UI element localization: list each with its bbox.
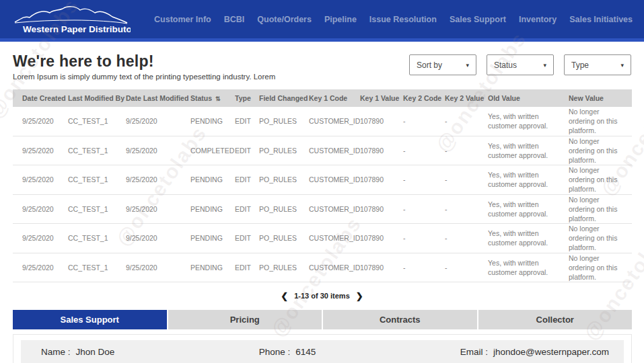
records-table: Date Created Last Modified By Date Last … <box>13 89 632 282</box>
cell-date-last-modified: 9/25/2020 <box>126 253 190 282</box>
cell-date-last-modified: 9/25/2020 <box>126 107 190 136</box>
cell-key1-value: 107890 <box>360 107 403 136</box>
cell-new-value: No longer ordering on this platform. <box>569 194 632 224</box>
cell-key1-code: CUSTOMER_ID <box>309 136 360 165</box>
cell-date-last-modified: 9/25/2020 <box>126 165 190 195</box>
sort-icon[interactable]: ⇅ <box>215 95 221 102</box>
contact-phone-label: Phone : <box>259 347 291 357</box>
cell-type: EDIT <box>235 107 259 136</box>
cell-date-created: 9/25/2020 <box>13 136 68 165</box>
contact-name-label: Name : <box>41 347 71 357</box>
cell-type: EDIT <box>235 165 259 195</box>
table-row: 9/25/2020CC_TEST_19/25/2020PENDINGEDITPO… <box>13 165 632 195</box>
cell-status: PENDING <box>190 194 235 224</box>
col-header-key2-value: Key 2 Value <box>445 89 488 107</box>
cell-key2-value: - <box>445 253 488 282</box>
cell-status: PENDING <box>190 224 235 253</box>
table-body: 9/25/2020CC_TEST_19/25/2020PENDINGEDITPO… <box>13 107 632 282</box>
col-header-date-last-modified: Date Last Modified <box>126 89 190 107</box>
cell-status: PENDING <box>190 165 235 195</box>
nav-item-quote-orders[interactable]: Quote/Orders <box>257 15 312 24</box>
cell-key1-value: 107890 <box>360 224 403 253</box>
tab-sales-support[interactable]: Sales Support <box>13 310 167 329</box>
nav-item-pipeline[interactable]: Pipeline <box>324 15 357 24</box>
cell-date-created: 9/25/2020 <box>13 224 68 253</box>
contact-email-value: jhondoe@westernpaper.com <box>493 347 609 357</box>
tab-collector[interactable]: Collector <box>478 310 633 329</box>
cell-date-last-modified: 9/25/2020 <box>126 194 190 224</box>
table-row: 9/25/2020CC_TEST_19/25/2020PENDINGEDITPO… <box>13 194 632 224</box>
col-header-key1-value: Key 1 Value <box>360 89 403 107</box>
main-nav: Customer Info BCBI Quote/Orders Pipeline… <box>154 15 633 24</box>
type-dropdown[interactable]: Type ▾ <box>564 54 631 75</box>
cell-last-modified-by: CC_TEST_1 <box>68 194 126 224</box>
pagination-label: 1-13 of 30 items <box>294 292 350 300</box>
contact-name-value: Jhon Doe <box>76 347 115 357</box>
cell-type: EDIT <box>235 224 259 253</box>
cell-key2-code: - <box>403 107 445 136</box>
caret-down-icon: ▾ <box>543 62 546 69</box>
cell-key2-code: - <box>403 136 445 165</box>
contact-email: Email : jhondoe@westernpaper.com <box>460 347 609 357</box>
cell-old-value: Yes, with written customer approval. <box>488 253 569 282</box>
nav-item-issue-resolution[interactable]: Issue Resolution <box>369 15 437 24</box>
nav-item-customer-info[interactable]: Customer Info <box>154 15 211 24</box>
cell-new-value: No longer ordering on this platform. <box>569 253 632 282</box>
cell-new-value: No longer ordering on this platform. <box>569 107 632 136</box>
cell-key2-code: - <box>403 224 445 253</box>
pagination-prev-icon[interactable]: ❮ <box>281 292 288 300</box>
cell-last-modified-by: CC_TEST_1 <box>68 165 126 195</box>
page-title: We're here to help! <box>13 52 275 71</box>
filter-bar: Sort by ▾ Status ▾ Type ▾ <box>409 54 631 75</box>
col-header-type: Type <box>235 89 259 107</box>
table-header: Date Created Last Modified By Date Last … <box>13 89 632 107</box>
cell-key2-value: - <box>445 165 488 195</box>
col-header-old-value: Old Value <box>488 89 569 107</box>
col-header-key1-code: Key 1 Code <box>309 89 360 107</box>
cell-type: EDIT <box>235 136 259 165</box>
cell-key2-code: - <box>403 165 445 195</box>
cell-last-modified-by: CC_TEST_1 <box>68 107 126 136</box>
hero-row: We're here to help! Lorem Ipsum is simpl… <box>13 42 631 89</box>
cell-key1-value: 107890 <box>360 165 403 195</box>
contact-card: Name : Jhon Doe Phone : 6145 Email : jho… <box>13 334 632 363</box>
cell-new-value: No longer ordering on this platform. <box>569 136 632 165</box>
cell-key1-value: 107890 <box>360 194 403 224</box>
tab-contracts[interactable]: Contracts <box>323 310 477 329</box>
col-header-status[interactable]: Status⇅ <box>190 89 235 107</box>
table-row: 9/25/2020CC_TEST_19/25/2020COMPLETEDEDIT… <box>13 136 632 165</box>
cell-last-modified-by: CC_TEST_1 <box>68 136 126 165</box>
status-dropdown-label: Status <box>494 61 517 70</box>
pagination-next-icon[interactable]: ❯ <box>356 292 363 300</box>
cell-old-value: Yes, with written customer approval. <box>488 194 569 224</box>
caret-down-icon: ▾ <box>466 62 469 69</box>
cell-last-modified-by: CC_TEST_1 <box>68 253 126 282</box>
cell-field-changed: PO_RULES <box>259 253 309 282</box>
nav-item-sales-support[interactable]: Sales Support <box>450 15 506 24</box>
nav-item-sales-initiatives[interactable]: Sales Initiatives <box>569 15 633 24</box>
col-header-last-modified-by: Last Modified By <box>68 89 126 107</box>
status-dropdown[interactable]: Status ▾ <box>487 54 554 75</box>
cell-key1-code: CUSTOMER_ID <box>309 165 360 195</box>
cell-field-changed: PO_RULES <box>259 224 309 253</box>
cell-new-value: No longer ordering on this platform. <box>569 224 632 253</box>
page-subtitle: Lorem Ipsum is simply dummy text of the … <box>13 73 275 81</box>
sort-by-dropdown[interactable]: Sort by ▾ <box>409 54 476 75</box>
contact-email-label: Email : <box>460 347 488 357</box>
nav-item-bcbi[interactable]: BCBI <box>224 15 245 24</box>
brand-logo[interactable]: Western Paper Distributors <box>12 3 131 36</box>
cell-key2-code: - <box>403 253 445 282</box>
contact-phone-value: 6145 <box>295 347 316 357</box>
col-header-key2-code: Key 2 Code <box>403 89 445 107</box>
cell-field-changed: PO_RULES <box>259 194 309 224</box>
nav-item-inventory[interactable]: Inventory <box>519 15 557 24</box>
cell-field-changed: PO_RULES <box>259 136 309 165</box>
cell-key1-code: CUSTOMER_ID <box>309 194 360 224</box>
contact-bar: Name : Jhon Doe Phone : 6145 Email : jho… <box>21 340 624 363</box>
type-dropdown-label: Type <box>571 61 589 70</box>
cell-old-value: Yes, with written customer approval. <box>488 224 569 253</box>
caret-down-icon: ▾ <box>620 62 624 69</box>
table-row: 9/25/2020CC_TEST_19/25/2020PENDINGEDITPO… <box>13 253 632 282</box>
tab-pricing[interactable]: Pricing <box>168 310 322 329</box>
cell-key1-value: 107890 <box>360 136 403 165</box>
